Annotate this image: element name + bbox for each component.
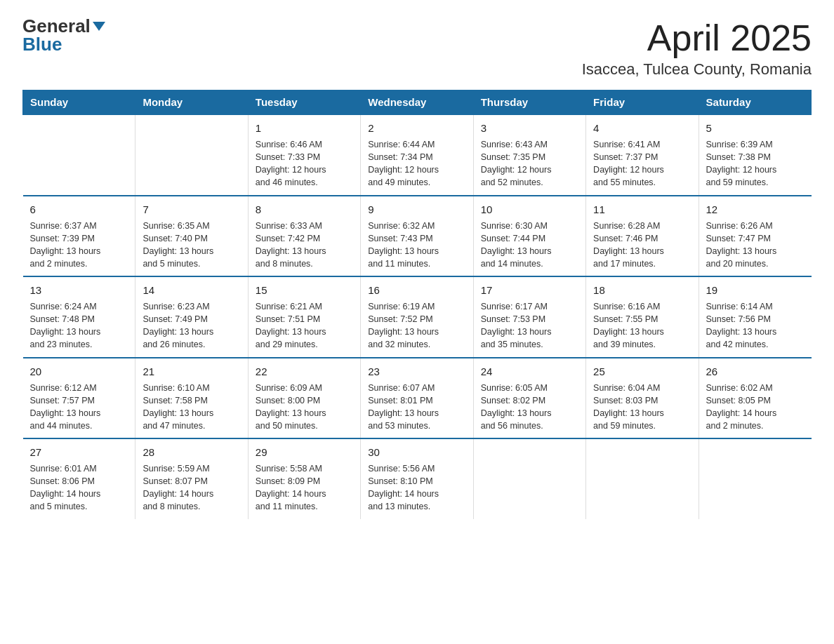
calendar-week-row: 20Sunrise: 6:12 AM Sunset: 7:57 PM Dayli… [23, 358, 812, 439]
logo-general: General [22, 17, 105, 35]
day-info: Sunrise: 5:56 AM Sunset: 8:10 PM Dayligh… [368, 462, 465, 514]
logo-blue: Blue [22, 35, 62, 53]
calendar-day-18: 18Sunrise: 6:16 AM Sunset: 7:55 PM Dayli… [586, 276, 699, 358]
day-info: Sunrise: 6:04 AM Sunset: 8:03 PM Dayligh… [593, 382, 691, 433]
day-info: Sunrise: 6:43 AM Sunset: 7:35 PM Dayligh… [481, 138, 578, 189]
calendar-day-14: 14Sunrise: 6:23 AM Sunset: 7:49 PM Dayli… [135, 276, 248, 358]
day-info: Sunrise: 6:14 AM Sunset: 7:56 PM Dayligh… [706, 300, 805, 351]
column-header-wednesday: Wednesday [361, 90, 473, 115]
day-number: 18 [593, 283, 691, 297]
calendar-day-30: 30Sunrise: 5:56 AM Sunset: 8:10 PM Dayli… [361, 438, 473, 519]
day-info: Sunrise: 6:24 AM Sunset: 7:48 PM Dayligh… [30, 300, 128, 351]
calendar-day-8: 8Sunrise: 6:33 AM Sunset: 7:42 PM Daylig… [248, 196, 360, 277]
day-number: 29 [256, 445, 353, 459]
day-info: Sunrise: 6:41 AM Sunset: 7:37 PM Dayligh… [593, 138, 691, 189]
calendar-day-19: 19Sunrise: 6:14 AM Sunset: 7:56 PM Dayli… [699, 276, 811, 358]
day-number: 25 [593, 364, 691, 379]
day-info: Sunrise: 6:26 AM Sunset: 7:47 PM Dayligh… [706, 220, 805, 271]
day-info: Sunrise: 6:44 AM Sunset: 7:34 PM Dayligh… [368, 138, 465, 189]
calendar-day-15: 15Sunrise: 6:21 AM Sunset: 7:51 PM Dayli… [248, 276, 360, 358]
day-info: Sunrise: 6:02 AM Sunset: 8:05 PM Dayligh… [706, 382, 805, 433]
day-number: 19 [706, 283, 805, 297]
column-header-saturday: Saturday [699, 90, 811, 115]
day-info: Sunrise: 5:59 AM Sunset: 8:07 PM Dayligh… [143, 462, 240, 514]
calendar-day-27: 27Sunrise: 6:01 AM Sunset: 8:06 PM Dayli… [23, 438, 135, 519]
calendar-day-7: 7Sunrise: 6:35 AM Sunset: 7:40 PM Daylig… [135, 196, 248, 277]
day-number: 26 [706, 364, 805, 379]
day-number: 1 [256, 121, 353, 135]
day-number: 24 [481, 364, 578, 379]
calendar-empty-cell [135, 114, 248, 196]
day-number: 28 [143, 445, 240, 459]
calendar-header-row: SundayMondayTuesdayWednesdayThursdayFrid… [23, 90, 812, 115]
calendar-day-2: 2Sunrise: 6:44 AM Sunset: 7:34 PM Daylig… [361, 114, 473, 196]
calendar-day-29: 29Sunrise: 5:58 AM Sunset: 8:09 PM Dayli… [248, 438, 360, 519]
calendar-day-28: 28Sunrise: 5:59 AM Sunset: 8:07 PM Dayli… [135, 438, 248, 519]
calendar-day-13: 13Sunrise: 6:24 AM Sunset: 7:48 PM Dayli… [23, 276, 135, 358]
day-number: 6 [30, 202, 128, 217]
calendar-day-6: 6Sunrise: 6:37 AM Sunset: 7:39 PM Daylig… [23, 196, 135, 277]
day-number: 10 [481, 202, 578, 217]
day-number: 12 [706, 202, 805, 217]
day-number: 4 [593, 121, 691, 135]
logo: General Blue [22, 17, 105, 53]
day-info: Sunrise: 6:12 AM Sunset: 7:57 PM Dayligh… [30, 382, 128, 433]
calendar-week-row: 13Sunrise: 6:24 AM Sunset: 7:48 PM Dayli… [23, 276, 812, 358]
column-header-sunday: Sunday [23, 90, 135, 115]
day-number: 3 [481, 121, 578, 135]
calendar-day-1: 1Sunrise: 6:46 AM Sunset: 7:33 PM Daylig… [248, 114, 360, 196]
day-info: Sunrise: 6:32 AM Sunset: 7:43 PM Dayligh… [368, 220, 465, 271]
day-info: Sunrise: 6:28 AM Sunset: 7:46 PM Dayligh… [593, 220, 691, 271]
day-info: Sunrise: 6:30 AM Sunset: 7:44 PM Dayligh… [481, 220, 578, 271]
calendar-day-22: 22Sunrise: 6:09 AM Sunset: 8:00 PM Dayli… [248, 358, 360, 439]
day-number: 16 [368, 283, 465, 297]
calendar-table: SundayMondayTuesdayWednesdayThursdayFrid… [22, 90, 812, 519]
day-info: Sunrise: 5:58 AM Sunset: 8:09 PM Dayligh… [256, 462, 353, 514]
day-number: 23 [368, 364, 465, 379]
month-year-title: April 2025 [582, 17, 812, 59]
day-number: 27 [30, 445, 128, 459]
calendar-day-25: 25Sunrise: 6:04 AM Sunset: 8:03 PM Dayli… [586, 358, 699, 439]
calendar-day-11: 11Sunrise: 6:28 AM Sunset: 7:46 PM Dayli… [586, 196, 699, 277]
day-info: Sunrise: 6:17 AM Sunset: 7:53 PM Dayligh… [481, 300, 578, 351]
day-info: Sunrise: 6:39 AM Sunset: 7:38 PM Dayligh… [706, 138, 805, 189]
calendar-empty-cell [23, 114, 135, 196]
calendar-day-16: 16Sunrise: 6:19 AM Sunset: 7:52 PM Dayli… [361, 276, 473, 358]
day-info: Sunrise: 6:35 AM Sunset: 7:40 PM Dayligh… [143, 220, 240, 271]
day-number: 17 [481, 283, 578, 297]
day-info: Sunrise: 6:33 AM Sunset: 7:42 PM Dayligh… [256, 220, 353, 271]
day-number: 22 [256, 364, 353, 379]
day-number: 8 [256, 202, 353, 217]
day-number: 14 [143, 283, 240, 297]
day-info: Sunrise: 6:46 AM Sunset: 7:33 PM Dayligh… [256, 138, 353, 189]
day-info: Sunrise: 6:19 AM Sunset: 7:52 PM Dayligh… [368, 300, 465, 351]
day-info: Sunrise: 6:07 AM Sunset: 8:01 PM Dayligh… [368, 382, 465, 433]
column-header-friday: Friday [586, 90, 699, 115]
calendar-day-3: 3Sunrise: 6:43 AM Sunset: 7:35 PM Daylig… [473, 114, 585, 196]
column-header-tuesday: Tuesday [248, 90, 360, 115]
day-number: 30 [368, 445, 465, 459]
calendar-day-5: 5Sunrise: 6:39 AM Sunset: 7:38 PM Daylig… [699, 114, 811, 196]
calendar-week-row: 6Sunrise: 6:37 AM Sunset: 7:39 PM Daylig… [23, 196, 812, 277]
day-number: 2 [368, 121, 465, 135]
column-header-monday: Monday [135, 90, 248, 115]
day-info: Sunrise: 6:10 AM Sunset: 7:58 PM Dayligh… [143, 382, 240, 433]
day-info: Sunrise: 6:05 AM Sunset: 8:02 PM Dayligh… [481, 382, 578, 433]
day-number: 7 [143, 202, 240, 217]
calendar-day-4: 4Sunrise: 6:41 AM Sunset: 7:37 PM Daylig… [586, 114, 699, 196]
calendar-empty-cell [473, 438, 585, 519]
day-number: 5 [706, 121, 805, 135]
day-info: Sunrise: 6:01 AM Sunset: 8:06 PM Dayligh… [30, 462, 128, 514]
day-info: Sunrise: 6:09 AM Sunset: 8:00 PM Dayligh… [256, 382, 353, 433]
calendar-week-row: 1Sunrise: 6:46 AM Sunset: 7:33 PM Daylig… [23, 114, 812, 196]
day-number: 13 [30, 283, 128, 297]
day-number: 15 [256, 283, 353, 297]
location-subtitle: Isaccea, Tulcea County, Romania [582, 60, 812, 79]
calendar-empty-cell [586, 438, 699, 519]
calendar-day-21: 21Sunrise: 6:10 AM Sunset: 7:58 PM Dayli… [135, 358, 248, 439]
calendar-day-17: 17Sunrise: 6:17 AM Sunset: 7:53 PM Dayli… [473, 276, 585, 358]
page-header: General Blue April 2025 Isaccea, Tulcea … [22, 17, 812, 79]
calendar-empty-cell [699, 438, 811, 519]
day-info: Sunrise: 6:23 AM Sunset: 7:49 PM Dayligh… [143, 300, 240, 351]
column-header-thursday: Thursday [473, 90, 585, 115]
